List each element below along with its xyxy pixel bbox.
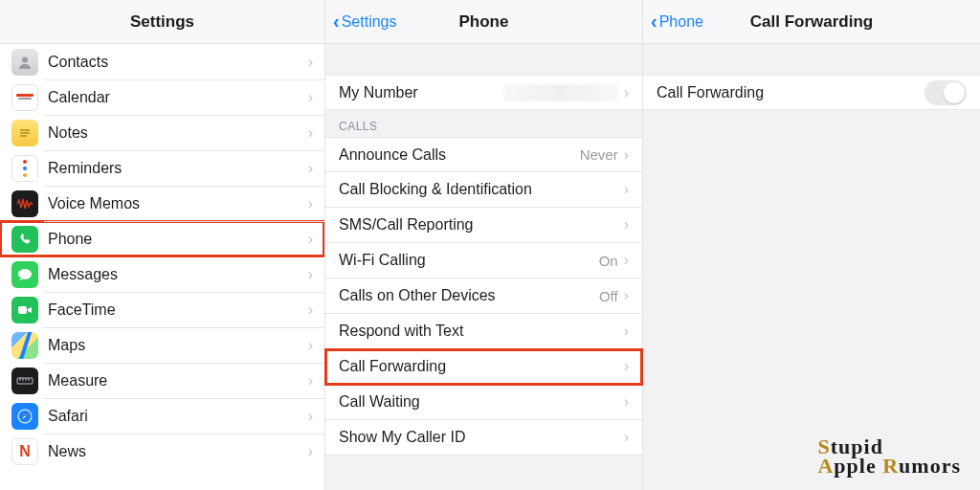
settings-item-label: Messages <box>48 266 308 283</box>
row-value: Off <box>599 288 618 304</box>
chevron-right-icon: › <box>308 124 313 142</box>
my-number-row[interactable]: My Number › <box>325 75 642 110</box>
chevron-right-icon: › <box>308 408 313 425</box>
row-value: On <box>599 253 618 269</box>
svg-rect-4 <box>18 306 27 314</box>
chevron-right-icon: › <box>624 181 629 198</box>
contacts-icon <box>11 49 38 76</box>
settings-item-maps[interactable]: Maps › <box>0 327 324 363</box>
row-label: SMS/Call Reporting <box>339 216 624 234</box>
settings-item-reminders[interactable]: Reminders › <box>0 150 324 186</box>
app-root: Settings Contacts › Calendar › <box>0 0 980 490</box>
settings-item-facetime[interactable]: FaceTime › <box>0 292 324 327</box>
messages-icon <box>11 261 38 288</box>
row-label: Calls on Other Devices <box>339 287 599 304</box>
call-forwarding-header: ‹ Phone Call Forwarding <box>643 0 980 44</box>
chevron-left-icon: ‹ <box>333 11 340 33</box>
settings-item-calendar[interactable]: Calendar › <box>0 79 324 115</box>
back-label: Settings <box>342 13 397 31</box>
row-label: Call Waiting <box>339 393 624 411</box>
chevron-right-icon: › <box>308 195 313 212</box>
chevron-right-icon: › <box>624 429 629 446</box>
news-icon: N <box>11 438 38 465</box>
phone-body: My Number › CALLS Announce Calls Never ›… <box>325 44 642 490</box>
watermark: Stupid Apple Rumors <box>817 436 961 477</box>
chevron-right-icon: › <box>308 231 313 248</box>
row-label: Call Blocking & Identification <box>339 181 624 198</box>
notes-icon <box>11 120 38 146</box>
settings-item-label: Reminders <box>48 160 308 177</box>
back-label: Phone <box>659 13 703 31</box>
facetime-icon <box>11 297 38 323</box>
row-value: Never <box>580 146 618 163</box>
chevron-right-icon: › <box>624 216 629 234</box>
settings-item-label: Safari <box>48 408 308 425</box>
maps-icon <box>11 332 38 359</box>
announce-calls-row[interactable]: Announce Calls Never › <box>325 137 642 172</box>
chevron-right-icon: › <box>308 160 313 177</box>
settings-item-safari[interactable]: Safari › <box>0 398 324 434</box>
wm-pple: pple <box>834 454 882 478</box>
chevron-right-icon: › <box>624 393 629 411</box>
call-blocking-row[interactable]: Call Blocking & Identification › <box>325 172 642 208</box>
chevron-right-icon: › <box>308 89 313 106</box>
settings-item-messages[interactable]: Messages › <box>0 256 324 292</box>
respond-with-text-row[interactable]: Respond with Text › <box>325 314 642 349</box>
chevron-right-icon: › <box>308 54 313 71</box>
settings-item-label: Notes <box>48 124 308 142</box>
settings-item-label: Calendar <box>48 89 308 106</box>
settings-item-phone[interactable]: Phone › <box>0 221 324 256</box>
my-number-value-redacted <box>503 84 618 101</box>
chevron-right-icon: › <box>308 372 313 390</box>
show-my-caller-id-row[interactable]: Show My Caller ID › <box>325 420 642 456</box>
settings-item-label: Maps <box>48 337 308 354</box>
settings-list: Contacts › Calendar › Notes › <box>0 44 324 490</box>
call-forwarding-body: Call Forwarding <box>643 44 980 490</box>
call-forwarding-row[interactable]: Call Forwarding › <box>325 349 642 385</box>
calls-group-label: CALLS <box>325 110 642 137</box>
svg-point-0 <box>22 56 28 62</box>
row-label: Announce Calls <box>339 146 580 164</box>
row-label: Wi-Fi Calling <box>339 252 599 269</box>
svg-rect-5 <box>17 378 33 384</box>
settings-item-measure[interactable]: Measure › <box>0 363 324 398</box>
wm-r: R <box>882 454 899 478</box>
calendar-icon <box>11 84 38 111</box>
my-number-label: My Number <box>339 84 503 101</box>
chevron-right-icon: › <box>308 443 313 460</box>
chevron-right-icon: › <box>624 252 629 269</box>
settings-item-label: FaceTime <box>48 301 308 319</box>
settings-pane: Settings Contacts › Calendar › <box>0 0 325 490</box>
sms-call-reporting-row[interactable]: SMS/Call Reporting › <box>325 208 642 243</box>
settings-title: Settings <box>130 12 194 32</box>
wifi-calling-row[interactable]: Wi-Fi Calling On › <box>325 243 642 278</box>
settings-item-notes[interactable]: Notes › <box>0 115 324 150</box>
settings-item-label: Contacts <box>48 54 308 71</box>
settings-item-news[interactable]: N News › <box>0 434 324 469</box>
call-forwarding-switch[interactable] <box>924 80 967 105</box>
row-label: Call Forwarding <box>339 358 624 375</box>
row-label: Show My Caller ID <box>339 429 624 446</box>
chevron-left-icon: ‹ <box>651 11 657 33</box>
chevron-right-icon: › <box>624 358 629 375</box>
call-waiting-row[interactable]: Call Waiting › <box>325 385 642 420</box>
chevron-right-icon: › <box>624 146 629 164</box>
call-forwarding-toggle-row: Call Forwarding <box>643 75 980 110</box>
wm-umors: umors <box>899 454 961 478</box>
settings-item-voice-memos[interactable]: Voice Memos › <box>0 186 324 221</box>
phone-header: ‹ Settings Phone <box>325 0 642 44</box>
settings-item-contacts[interactable]: Contacts › <box>0 44 324 79</box>
settings-item-label: Voice Memos <box>48 195 308 212</box>
back-to-settings-button[interactable]: ‹ Settings <box>325 11 396 33</box>
settings-item-label: Phone <box>48 231 308 248</box>
settings-header: Settings <box>0 0 324 44</box>
chevron-right-icon: › <box>308 337 313 354</box>
chevron-right-icon: › <box>624 323 629 340</box>
switch-knob <box>944 82 965 103</box>
chevron-right-icon: › <box>308 266 313 283</box>
settings-item-label: News <box>48 443 308 460</box>
calls-other-devices-row[interactable]: Calls on Other Devices Off › <box>325 278 642 314</box>
settings-item-label: Measure <box>48 372 308 390</box>
back-to-phone-button[interactable]: ‹ Phone <box>643 11 703 33</box>
reminders-icon <box>11 155 38 182</box>
